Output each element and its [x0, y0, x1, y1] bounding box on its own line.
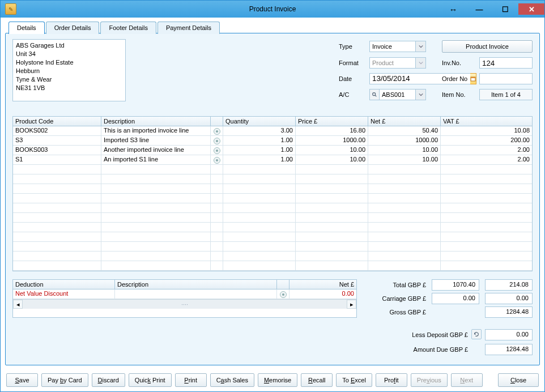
ac-lookup-icon[interactable]: [369, 89, 380, 100]
carriage-net[interactable]: 0.00: [432, 293, 479, 304]
col-description[interactable]: Description: [101, 117, 211, 126]
scroll-left-icon[interactable]: ◂: [13, 300, 23, 309]
tab-payment-details[interactable]: Payment Details: [157, 22, 220, 34]
chevron-down-icon[interactable]: [416, 41, 426, 52]
format-label: Format: [339, 59, 366, 66]
carriage-label: Carriage GBP £: [367, 295, 426, 302]
table-row-empty[interactable]: [13, 174, 532, 184]
table-row-empty[interactable]: [13, 242, 532, 252]
row-detail-icon[interactable]: [211, 126, 223, 135]
type-dropdown[interactable]: Invoice: [369, 41, 426, 52]
orderno-input[interactable]: [479, 73, 533, 84]
row-detail-icon[interactable]: [211, 155, 223, 164]
table-row-empty[interactable]: [13, 213, 532, 223]
chevron-down-icon: [416, 57, 426, 69]
carriage-vat[interactable]: 0.00: [485, 293, 533, 304]
minimize-button[interactable]: —: [466, 3, 492, 15]
cell-code: S1: [13, 155, 101, 164]
table-row-empty[interactable]: [13, 232, 532, 242]
deduction-net: 0.00: [289, 289, 356, 299]
save-button[interactable]: Save: [6, 373, 38, 387]
cell-code: BOOKS003: [13, 146, 101, 155]
table-row[interactable]: BOOKS002This is an imported invoice line…: [13, 126, 532, 136]
cell-net: 10.00: [368, 146, 441, 155]
cell-price: 10.00: [296, 146, 368, 155]
table-row[interactable]: S3Imported S3 line1.001000.001000.00200.…: [13, 136, 532, 146]
address-line: Unit 34: [16, 50, 122, 58]
row-detail-icon[interactable]: [277, 289, 289, 299]
lower-totals: Less Deposit GBP £ 0.00 Amount Due GBP £…: [357, 329, 533, 355]
col-ded-net[interactable]: Net £: [289, 280, 356, 289]
print-button[interactable]: Print: [175, 373, 207, 387]
cell-code: S3: [13, 136, 101, 145]
window-controls: ↔ — ☐ ✕: [440, 3, 544, 15]
refresh-deposit-icon[interactable]: [471, 329, 482, 339]
amount-due-value: 1284.48: [485, 344, 533, 355]
ac-dropdown[interactable]: ABS001: [379, 89, 426, 100]
close-window-button[interactable]: ✕: [518, 3, 544, 15]
table-row[interactable]: S1An imported S1 line1.0010.0010.002.00: [13, 155, 532, 165]
recall-button[interactable]: Recall: [301, 373, 333, 387]
memorise-button[interactable]: Memorise: [258, 373, 297, 387]
cell-vat: 2.00: [441, 155, 532, 164]
previous-button: Previous: [411, 373, 448, 387]
deduction-row[interactable]: Net Value Discount 0.00: [13, 289, 356, 299]
tab-order-details[interactable]: Order Details: [46, 22, 100, 34]
app-icon: ✎: [5, 3, 16, 15]
tab-footer-details[interactable]: Footer Details: [100, 22, 156, 34]
close-button[interactable]: Close: [498, 373, 539, 387]
deduction-grid[interactable]: Deduction Description Net £ Net Value Di…: [12, 279, 357, 318]
pay-by-card-button[interactable]: Pay by Card: [41, 373, 88, 387]
table-row-empty[interactable]: [13, 252, 532, 261]
scroll-right-icon[interactable]: ▸: [347, 300, 356, 309]
deduction-desc: [115, 289, 277, 299]
cash-sales-button[interactable]: Cash Sales: [210, 373, 254, 387]
col-deduction[interactable]: Deduction: [13, 280, 115, 289]
address-box[interactable]: ABS Garages Ltd Unit 34 Holystone Ind Es…: [12, 39, 126, 101]
col-ded-description[interactable]: Description: [115, 280, 277, 289]
table-row-empty[interactable]: [13, 261, 532, 271]
col-product-code[interactable]: Product Code: [13, 117, 101, 126]
row-detail-icon[interactable]: [211, 136, 223, 145]
table-row-empty[interactable]: [13, 203, 532, 213]
date-label: Date: [339, 75, 366, 82]
maximize-button[interactable]: ☐: [492, 3, 518, 15]
col-detail-icon: [211, 117, 223, 126]
cell-qty: 3.00: [223, 126, 296, 135]
table-row-empty[interactable]: [13, 165, 532, 174]
orderno-label: Order No: [442, 75, 476, 82]
cell-price: 16.80: [296, 126, 368, 135]
cell-vat: 10.08: [441, 126, 532, 135]
col-ded-icon: [277, 280, 289, 289]
invoice-meta: Type Invoice Product Invoice Format Prod…: [339, 39, 533, 101]
to-excel-button[interactable]: To Excel: [336, 373, 372, 387]
profit-button[interactable]: Profit: [376, 373, 407, 387]
table-row-empty[interactable]: [13, 194, 532, 203]
scroll-track[interactable]: ····: [23, 300, 347, 309]
grid-body: BOOKS002This is an imported invoice line…: [13, 126, 532, 271]
col-quantity[interactable]: Quantity: [223, 117, 296, 126]
tab-bar: Details Order Details Footer Details Pay…: [5, 21, 540, 33]
tab-details[interactable]: Details: [8, 22, 45, 34]
chevron-down-icon[interactable]: [416, 89, 426, 100]
col-price[interactable]: Price £: [296, 117, 368, 126]
quick-print-button[interactable]: Quick Print: [129, 373, 172, 387]
cell-desc: Imported S3 line: [101, 136, 211, 145]
discard-button[interactable]: Discard: [92, 373, 125, 387]
table-row[interactable]: BOOKS003Another imported invoice line1.0…: [13, 146, 532, 155]
amount-due-label: Amount Due GBP £: [357, 346, 468, 353]
cell-qty: 1.00: [223, 136, 296, 145]
restore-arrow-icon[interactable]: ↔: [440, 3, 466, 15]
invno-input[interactable]: [479, 57, 533, 69]
row-detail-icon[interactable]: [211, 146, 223, 155]
less-deposit-value[interactable]: 0.00: [485, 329, 533, 340]
deduction-scrollbar[interactable]: ◂ ···· ▸: [13, 299, 356, 309]
table-row-empty[interactable]: [13, 184, 532, 194]
deduction-name: Net Value Discount: [13, 289, 115, 299]
col-net[interactable]: Net £: [368, 117, 441, 126]
product-invoice-button[interactable]: Product Invoice: [442, 40, 533, 53]
date-field[interactable]: [369, 73, 426, 84]
table-row-empty[interactable]: [13, 223, 532, 232]
line-items-grid[interactable]: Product Code Description Quantity Price …: [12, 116, 533, 271]
col-vat[interactable]: VAT £: [441, 117, 532, 126]
